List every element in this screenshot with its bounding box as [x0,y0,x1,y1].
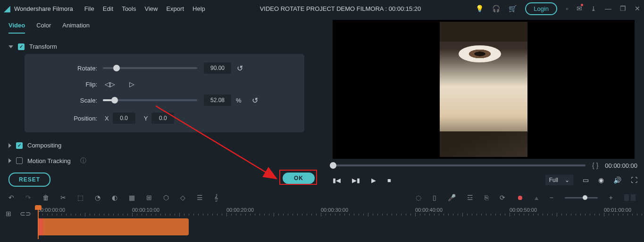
magnet-icon[interactable]: ⊂⊃ [20,210,31,217]
headset-icon[interactable]: 🎧 [492,5,500,12]
zoom-slider[interactable] [565,197,598,199]
snapshot-icon[interactable]: ◉ [598,176,604,184]
greenscreen-icon[interactable]: ▦ [129,194,135,201]
undo-icon[interactable]: ↶ [8,194,14,201]
stop-icon[interactable]: ■ [387,177,391,184]
restore-icon[interactable]: ❐ [620,5,626,12]
position-y-value[interactable] [151,112,174,124]
step-back-icon[interactable]: ▮◀ [333,177,341,184]
motion-icon[interactable]: ⬡ [163,194,169,201]
fullscreen-icon[interactable]: ⛶ [631,176,637,184]
cart-icon[interactable]: 🛒 [509,5,517,12]
rotate-reset-icon[interactable]: ↺ [237,64,243,73]
step-fwd-icon[interactable]: ▶▮ [352,177,360,184]
scale-value[interactable] [204,95,231,106]
crop-icon[interactable]: ⬚ [77,194,84,201]
menu-help[interactable]: Help [192,5,205,12]
rotate-value[interactable] [204,62,231,74]
delete-icon[interactable]: 🗑 [42,194,49,201]
redo-icon[interactable]: ↷ [25,194,31,201]
color-icon[interactable]: ◐ [112,194,117,201]
link-icon[interactable]: ⟁ [535,194,538,201]
section-transform-header[interactable]: Transform [6,39,318,54]
lightbulb-icon[interactable]: 💡 [476,5,484,12]
scrub-thumb[interactable] [330,162,336,169]
login-button[interactable]: Login [525,2,557,15]
settings-icon[interactable]: ☰ [197,194,203,201]
zoom-fit-buttons[interactable] [624,194,636,201]
zoom-out-icon[interactable]: − [550,194,553,201]
timeline-clip[interactable] [38,218,189,235]
tab-video[interactable]: Video [8,22,25,34]
target-icon[interactable]: ◌ [416,194,421,201]
chevron-right-icon [8,143,11,148]
scale-label: Scale: [33,97,103,104]
section-compositing-header[interactable]: Compositing [6,138,318,153]
cut-icon[interactable]: ✂ [60,194,66,201]
flip-vertical-icon[interactable]: ▷ [129,80,134,88]
mosaic-icon[interactable]: ⊞ [146,194,152,201]
zoom-slider-thumb[interactable] [583,195,587,200]
playhead[interactable] [38,206,39,239]
flip-label: Flip: [33,81,103,88]
scale-reset-icon[interactable]: ↺ [252,96,258,105]
close-icon[interactable]: ✕ [635,5,640,12]
zoom-fit-b[interactable] [631,194,636,201]
menu-edit[interactable]: Edit [103,5,113,12]
brace-left[interactable]: { [592,162,594,169]
checkbox-compositing[interactable] [16,142,23,149]
render-icon[interactable]: ⟳ [500,194,505,201]
playhead-head[interactable] [35,205,42,210]
menu-file[interactable]: File [84,5,94,12]
scale-slider-thumb[interactable] [111,97,118,104]
mic-icon[interactable]: 🎤 [448,194,456,201]
menu-export[interactable]: Export [166,5,184,12]
scrub-bar[interactable] [330,164,585,166]
rotate-slider-thumb[interactable] [113,65,120,71]
mail-icon[interactable]: ✉ [577,5,582,12]
menu-view[interactable]: View [144,5,158,12]
inspector-tabs: Video Color Animation [0,17,323,34]
scale-slider[interactable] [103,99,197,101]
timeline-main[interactable]: 00:00:00:00 00:00:10:00 00:00:20:00 00:0… [38,206,644,242]
tick-3: 00:00:30:00 [321,207,348,213]
preview-panel: { } 00:00:00:00 ▮◀ ▶▮ ▶ ■ Full ⌄ ▭ ◉ 🔊 [323,17,644,189]
display-icon[interactable]: ▭ [583,176,589,184]
tab-animation[interactable]: Animation [62,22,90,34]
controls-row: ▮◀ ▶▮ ▶ ■ Full ⌄ ▭ ◉ 🔊 ⛶ [323,172,644,188]
download-icon[interactable]: ⤓ [591,5,596,12]
preview-viewport [333,20,635,159]
play-icon[interactable]: ▶ [371,177,376,184]
speed-icon[interactable]: ◔ [95,194,100,201]
menu-tools[interactable]: Tools [122,5,136,12]
mixer-icon[interactable]: ☲ [467,194,473,201]
keyframe-icon[interactable]: ◇ [180,194,185,201]
timeline-ruler[interactable]: 00:00:00:00 00:00:10:00 00:00:20:00 00:0… [38,206,644,216]
marker-icon[interactable]: ▯ [433,194,436,201]
zoom-fit-a[interactable] [624,194,629,201]
record-icon[interactable]: ⏺ [517,194,523,201]
quality-dropdown[interactable]: Full ⌄ [545,175,573,185]
rotate-slider[interactable] [103,67,197,69]
compositing-label: Compositing [27,142,61,149]
zoom-in-icon[interactable]: + [609,194,613,201]
ok-highlight-box [279,170,317,185]
reset-button[interactable]: RESET [8,173,50,187]
section-motion-tracking-header[interactable]: Motion Tracking ⓘ [6,153,318,169]
tab-color[interactable]: Color [36,22,51,34]
quality-label: Full [549,177,558,183]
flip-horizontal-icon[interactable]: ◁▷ [105,80,115,88]
sync-icon[interactable]: ⎘ [485,194,488,201]
position-x-value[interactable] [113,112,135,124]
scrub-row: { } 00:00:00:00 [323,159,644,172]
brace-right[interactable]: } [596,162,599,169]
checkbox-motion-tracking[interactable] [16,157,23,164]
save-icon[interactable]: ▫ [566,5,568,12]
help-icon[interactable]: ⓘ [80,156,86,165]
checkbox-transform[interactable] [18,43,25,50]
minimize-icon[interactable]: — [605,5,611,12]
track-manager-icon[interactable]: ⊞ [6,210,11,217]
flip-icons: ◁▷ ▷ [105,80,134,88]
audio-icon[interactable]: 🔊 [613,176,621,184]
audio-wave-icon[interactable]: 𝄞 [214,194,218,202]
